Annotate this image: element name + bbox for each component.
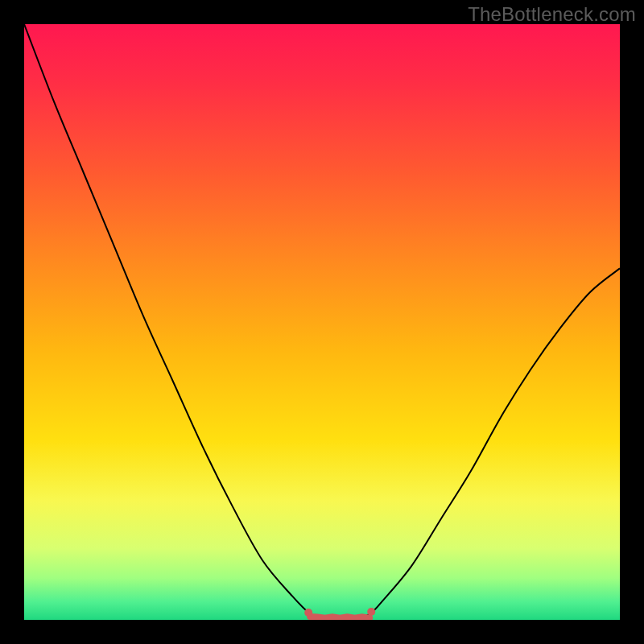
chart-frame: TheBottleneck.com (0, 0, 644, 644)
chart-curve (24, 24, 620, 620)
watermark-label: TheBottleneck.com (468, 3, 636, 26)
svg-point-1 (304, 609, 312, 617)
chart-plot-area (24, 24, 620, 620)
svg-point-2 (367, 608, 375, 616)
